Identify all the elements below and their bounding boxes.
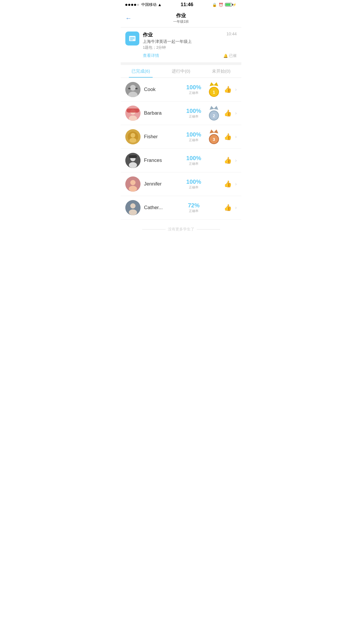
svg-point-5 <box>130 85 136 91</box>
chevron-right-icon[interactable]: › <box>235 134 237 139</box>
assignment-time: 10:44 <box>226 32 237 36</box>
remind-area: 🔔 已催 <box>223 53 237 58</box>
student-score: 100% <box>184 131 204 138</box>
student-score: 100% <box>184 84 204 91</box>
row-actions: 👍 › <box>224 109 237 117</box>
chevron-right-icon[interactable]: › <box>235 205 237 210</box>
chevron-right-icon[interactable]: › <box>235 111 237 116</box>
score-label: 正确率 <box>184 91 204 95</box>
nav-title-group: 作业 一年级1班 <box>173 12 189 24</box>
row-actions: 👍 › <box>224 133 237 141</box>
student-name: Fisher <box>144 134 180 140</box>
student-row[interactable]: Frances 100% 正确率 👍 › <box>121 149 241 172</box>
medal-bronze: 3 <box>208 130 220 144</box>
svg-point-38 <box>129 209 137 215</box>
svg-point-34 <box>130 180 136 185</box>
student-name: Frances <box>144 158 180 163</box>
student-avatar <box>125 200 140 215</box>
svg-marker-10 <box>214 82 219 86</box>
assignment-title: 作业 <box>143 32 153 38</box>
medal-gold: 1 <box>208 82 220 97</box>
status-right: 🔒 ⏰ ⚡ <box>212 3 237 7</box>
assignment-desc: 上海牛津英语一起一年级上 <box>143 39 237 44</box>
student-name: Cook <box>144 87 180 92</box>
svg-marker-26 <box>214 130 219 133</box>
thumbs-up-button[interactable]: 👍 <box>224 157 232 164</box>
student-score: 100% <box>184 178 204 185</box>
carrier-label: 中国移动 <box>141 2 157 7</box>
svg-text:1: 1 <box>213 90 215 94</box>
remind-label: 已催 <box>229 53 237 58</box>
row-actions: 👍 › <box>224 157 237 164</box>
bell-icon: 🔔 <box>223 54 228 58</box>
student-score: 100% <box>184 155 204 162</box>
student-list: Cook 100% 正确率 1 👍 › Barbara <box>121 78 241 220</box>
svg-point-31 <box>129 162 137 168</box>
tabs: 已完成(6) 进行中(0) 未开始(0) <box>121 65 241 78</box>
alarm-icon: ⏰ <box>219 3 223 7</box>
nav-title: 作业 <box>173 12 189 19</box>
signal-dots <box>125 4 139 6</box>
status-left: 中国移动 ▲ <box>125 2 162 7</box>
status-bar: 中国移动 ▲ 11:46 🔒 ⏰ ⚡ <box>121 0 241 9</box>
student-avatar <box>125 82 140 97</box>
assignment-footer: 查看详情 🔔 已催 <box>143 53 237 58</box>
battery: ⚡ <box>225 3 237 7</box>
nav-subtitle: 一年级1班 <box>173 19 189 24</box>
row-actions: 👍 › <box>224 180 237 188</box>
thumbs-up-button[interactable]: 👍 <box>224 133 232 141</box>
thumbs-up-button[interactable]: 👍 <box>224 204 232 211</box>
student-row[interactable]: Jennifer 100% 正确率 👍 › <box>121 172 241 196</box>
tab-completed[interactable]: 已完成(6) <box>121 65 161 78</box>
thumbs-up-button[interactable]: 👍 <box>224 86 232 93</box>
score-label: 正确率 <box>184 209 204 213</box>
tab-inprogress[interactable]: 进行中(0) <box>161 65 201 78</box>
student-avatar <box>125 176 140 192</box>
student-row[interactable]: Cather... 72% 正确率 👍 › <box>121 196 241 220</box>
score-label: 正确率 <box>184 138 204 142</box>
svg-text:2: 2 <box>213 113 215 118</box>
svg-marker-18 <box>214 106 219 110</box>
view-details-link[interactable]: 查看详情 <box>143 53 159 58</box>
chevron-right-icon[interactable]: › <box>235 181 237 187</box>
back-button[interactable]: ← <box>125 15 132 22</box>
thumbs-up-button[interactable]: 👍 <box>224 180 232 188</box>
student-score-group: 100% 正确率 <box>184 155 204 166</box>
svg-rect-7 <box>128 88 131 89</box>
student-avatar <box>125 129 140 144</box>
clock: 11:46 <box>181 2 193 8</box>
assignment-icon <box>125 32 139 46</box>
student-avatar <box>125 153 140 168</box>
svg-marker-17 <box>209 106 214 110</box>
assignment-info: 作业 10:44 上海牛津英语一起一年级上 1题包；2分钟 查看详情 🔔 已催 <box>143 32 237 58</box>
chevron-right-icon[interactable]: › <box>235 158 237 163</box>
student-row[interactable]: Cook 100% 正确率 1 👍 › <box>121 78 241 102</box>
student-score-group: 100% 正确率 <box>184 108 204 119</box>
svg-point-23 <box>131 133 135 138</box>
score-label: 正确率 <box>184 114 204 119</box>
svg-rect-32 <box>129 155 137 158</box>
score-label: 正确率 <box>184 162 204 166</box>
section-divider <box>121 63 241 65</box>
list-footer: 没有更多学生了 <box>121 220 241 239</box>
student-score: 72% <box>184 202 204 209</box>
chevron-right-icon[interactable]: › <box>235 87 237 92</box>
student-row[interactable]: Barbara 100% 正确率 2 👍 › <box>121 102 241 125</box>
svg-rect-8 <box>135 88 138 89</box>
student-row[interactable]: Fisher 100% 正确率 3 👍 › <box>121 125 241 149</box>
student-score-group: 100% 正确率 <box>184 84 204 95</box>
wifi-icon: ▲ <box>158 2 162 7</box>
assignment-meta: 1题包；2分钟 <box>143 45 237 50</box>
svg-rect-16 <box>126 108 139 113</box>
svg-marker-9 <box>209 82 214 86</box>
student-score-group: 100% 正确率 <box>184 131 204 142</box>
student-score: 100% <box>184 108 204 114</box>
svg-point-24 <box>129 138 136 143</box>
student-score-group: 72% 正确率 <box>184 202 204 213</box>
lock-icon: 🔒 <box>212 3 217 7</box>
student-name: Cather... <box>144 205 180 211</box>
assignment-card: 作业 10:44 上海牛津英语一起一年级上 1题包；2分钟 查看详情 🔔 已催 <box>121 27 241 63</box>
medal-silver: 2 <box>208 106 220 120</box>
tab-notstarted[interactable]: 未开始(0) <box>201 65 241 78</box>
thumbs-up-button[interactable]: 👍 <box>224 109 232 117</box>
